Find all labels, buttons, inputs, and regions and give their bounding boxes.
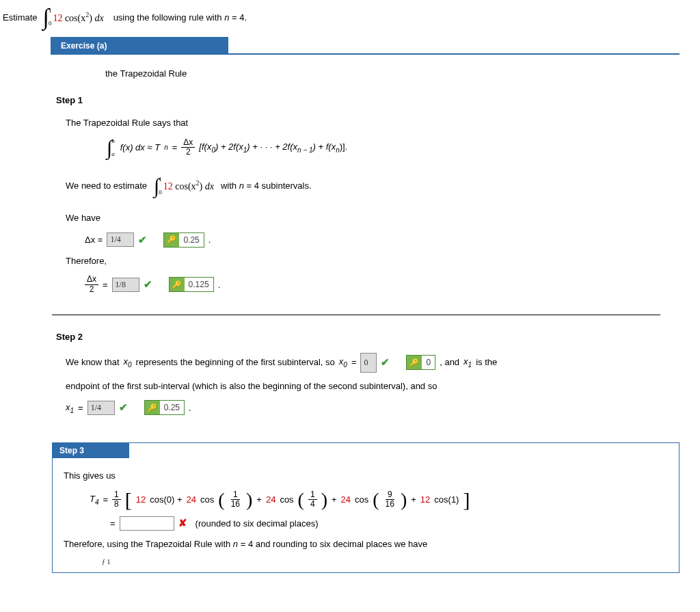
step3-conclusion: Therefore, using the Trapezoidal Rule wi… xyxy=(64,537,671,552)
key-icon: 🔑 xyxy=(164,233,179,247)
dxover2-decimal: 0.125 xyxy=(185,278,213,291)
step1-title: Step 1 xyxy=(56,95,673,105)
estimate-label: Estimate xyxy=(3,12,38,23)
rounded-note: (rounded to six decimal places) xyxy=(196,518,319,529)
exercise-subtitle: the Trapezoidal Rule xyxy=(105,68,700,79)
dx: dx xyxy=(92,12,104,23)
x0-input[interactable]: 0 xyxy=(360,353,377,373)
x1-row: x1 = 1/4 ✔ 🔑 0.25 . xyxy=(66,400,673,415)
step3-box: Step 3 This gives us T4 = 1 8 [ 12 cos(0… xyxy=(52,442,679,573)
step2-title: Step 2 xyxy=(56,332,673,342)
step1-intro: The Trapezoidal Rule says that xyxy=(66,116,673,131)
check-icon: ✔ xyxy=(138,234,147,246)
need-estimate-row: We need to estimate ∫ 1 0 12 cos(x2) dx … xyxy=(66,176,673,196)
t4-formula: T4 = 1 8 [ 12 cos(0) + 24 cos (116) + 24… xyxy=(90,490,671,509)
key-icon: 🔑 xyxy=(170,278,185,291)
dxover2-row: Δx 2 = 1/8 ✔ 🔑 0.125 . xyxy=(85,275,673,293)
t4-answer-input[interactable] xyxy=(120,516,174,531)
key-icon: 🔑 xyxy=(145,401,160,414)
exercise-header: Exercise (a) xyxy=(51,37,679,55)
x-icon: ✘ xyxy=(178,517,187,529)
prompt-integral: ∫ 1 0 12 cos(x2) dx xyxy=(43,5,104,29)
dx-row: Δx = 1/4 ✔ 🔑 0.25 . xyxy=(85,232,673,248)
step3-title: Step 3 xyxy=(53,443,129,458)
exercise-rule xyxy=(228,53,679,55)
check-icon: ✔ xyxy=(119,401,128,414)
step2-line2: endpoint of the first sub-interval (whic… xyxy=(66,380,673,394)
divider xyxy=(52,315,660,315)
key-icon: 🔑 xyxy=(407,356,422,369)
check-icon: ✔ xyxy=(144,278,152,291)
step2-line1: We know that x0 represents the beginning… xyxy=(66,353,673,373)
therefore: Therefore, xyxy=(66,254,673,269)
dx-decimal-box[interactable]: 🔑 0.25 xyxy=(163,232,204,248)
dx-decimal: 0.25 xyxy=(179,233,203,247)
prompt-tail: using the following rule with n = 4. xyxy=(113,12,247,23)
x0-decimal-box[interactable]: 🔑 0 xyxy=(406,355,435,370)
trap-rule-formula: ∫ b a f(x) dx ≈ Tn = Δx 2 [f(x0) + 2f(x1… xyxy=(107,137,673,158)
we-have: We have xyxy=(66,211,673,226)
x1-input[interactable]: 1/4 xyxy=(88,401,115,415)
dxover2-decimal-box[interactable]: 🔑 0.125 xyxy=(169,277,214,292)
prompt-row: Estimate ∫ 1 0 12 cos(x2) dx using the f… xyxy=(3,5,700,29)
step3-intro: This gives us xyxy=(64,469,671,483)
exercise-tab: Exercise (a) xyxy=(51,37,228,55)
func: cos(x xyxy=(65,12,85,23)
x1-decimal-box[interactable]: 🔑 0.25 xyxy=(144,400,185,415)
dx-input[interactable]: 1/4 xyxy=(107,232,134,247)
coeff: 12 xyxy=(53,12,62,23)
dxover2-input[interactable]: 1/8 xyxy=(112,278,139,292)
check-icon: ✔ xyxy=(381,353,390,373)
t4-result-row: = ✘ (rounded to six decimal places) xyxy=(110,516,671,531)
